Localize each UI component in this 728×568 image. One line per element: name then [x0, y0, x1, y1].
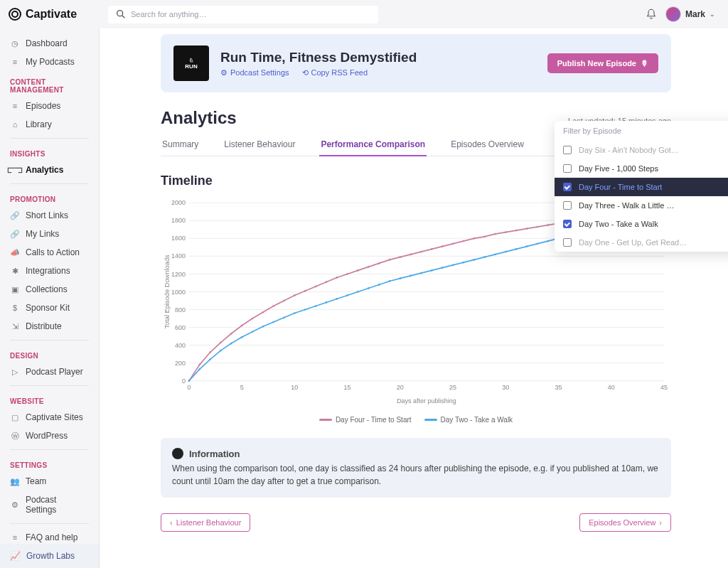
svg-point-61	[452, 243, 454, 245]
library-icon: ⌂	[10, 119, 20, 129]
sidebar-item-collections[interactable]: ▣Collections	[0, 280, 99, 299]
filter-option[interactable]: Day Four - Time to Start	[555, 178, 728, 196]
svg-text:30: 30	[502, 384, 509, 391]
checkbox[interactable]	[563, 220, 572, 228]
sidebar-item-podcast-settings[interactable]: ⚙Podcast Settings	[0, 491, 99, 519]
prev-button[interactable]: ‹ Listener Behaviour	[161, 513, 250, 532]
user-name: Mark	[685, 9, 705, 19]
checkbox[interactable]	[563, 238, 572, 247]
svg-text:600: 600	[175, 323, 186, 331]
checkbox[interactable]	[563, 183, 572, 191]
svg-text:2000: 2000	[171, 199, 186, 206]
checkbox[interactable]	[563, 164, 572, 173]
search-input[interactable]: Search for anything…	[108, 6, 378, 23]
svg-text:5: 5	[240, 384, 244, 391]
svg-point-64	[483, 235, 486, 237]
bell-icon[interactable]	[646, 9, 657, 20]
svg-point-40	[230, 333, 232, 335]
svg-point-103	[452, 264, 454, 267]
svg-text:1200: 1200	[171, 270, 186, 277]
svg-point-44	[272, 305, 274, 307]
svg-point-43	[262, 311, 264, 314]
copy-rss-link[interactable]: ⟲ Copy RSS Feed	[302, 68, 368, 77]
svg-point-109	[515, 248, 518, 250]
tab-listener-behaviour[interactable]: Listener Behaviour	[223, 136, 296, 156]
svg-point-78	[188, 380, 191, 382]
publish-episode-button[interactable]: Publish New Episode 🎙	[547, 53, 658, 73]
filter-heading: Filter by Episode	[555, 121, 728, 141]
sidebar-item-calls-to-action[interactable]: 📣Calls to Action	[0, 243, 99, 262]
svg-point-48	[315, 286, 317, 288]
podcast-settings-link[interactable]: ⚙ Podcast Settings	[220, 68, 289, 77]
svg-point-62	[463, 240, 465, 242]
sidebar-heading: WEBSITE	[0, 390, 99, 408]
search-placeholder: Search for anything…	[131, 10, 206, 18]
sidebar-item-integrations[interactable]: ✱Integrations	[0, 262, 99, 280]
svg-point-89	[304, 309, 306, 311]
user-menu[interactable]: Mark ⌄	[665, 6, 715, 22]
brand-logo[interactable]: Captivate	[9, 8, 100, 21]
info-box: Information When using the comparison to…	[161, 438, 671, 498]
svg-point-51	[346, 273, 348, 275]
filter-option[interactable]: Day Six - Ain't Nobody Got…	[555, 141, 728, 159]
main: ♘ RUN Run Time, Fitness Demystified ⚙ Po…	[100, 28, 728, 568]
svg-point-95	[368, 287, 370, 289]
svg-point-63	[473, 237, 475, 240]
list-icon: ≡	[10, 101, 20, 111]
sidebar-item-wordpress[interactable]: ⓦWordPress	[0, 427, 99, 445]
sidebar-heading: PROMOTION	[0, 188, 99, 206]
svg-point-84	[252, 331, 254, 333]
sidebar-item-dashboard[interactable]: ◷Dashboard	[0, 34, 99, 53]
sidebar-item-my-links[interactable]: 🔗My Links	[0, 225, 99, 243]
checkbox[interactable]	[563, 146, 572, 154]
checkbox[interactable]	[563, 201, 572, 210]
filter-option[interactable]: Day Two - Take a Walk	[555, 215, 728, 233]
sidebar-item-analytics[interactable]: ⫍⫎Analytics	[0, 161, 99, 179]
sidebar-heading: DESIGN	[0, 345, 99, 363]
svg-point-106	[483, 256, 486, 258]
svg-point-104	[463, 262, 465, 264]
svg-point-110	[526, 245, 528, 247]
svg-point-68	[526, 227, 528, 230]
svg-point-66	[505, 231, 507, 233]
svg-point-107	[494, 254, 496, 256]
show-header: ♘ RUN Run Time, Fitness Demystified ⚙ Po…	[161, 34, 671, 92]
sidebar-heading: CONTENT MANAGEMENT	[0, 71, 99, 97]
svg-text:40: 40	[608, 384, 615, 391]
info-heading: Information	[189, 449, 240, 459]
sidebar-growth-labs[interactable]: 📈Growth Labs	[0, 544, 99, 568]
filter-option[interactable]: Day Three - Walk a Little …	[555, 196, 728, 215]
next-button[interactable]: Episodes Overview ›	[579, 513, 671, 532]
topbar: Captivate Search for anything… Mark ⌄	[0, 0, 728, 28]
svg-point-39	[220, 341, 222, 343]
tab-episodes-overview[interactable]: Episodes Overview	[449, 136, 525, 156]
filter-option[interactable]: Day One - Get Up, Get Read…	[555, 233, 728, 252]
growth-icon: 📈	[10, 551, 21, 561]
sidebar-item-team[interactable]: 👥Team	[0, 472, 99, 491]
tab-performance-comparison[interactable]: Performance Comparison	[319, 136, 427, 156]
sidebar-item-episodes[interactable]: ≡Episodes	[0, 97, 99, 115]
svg-point-105	[473, 259, 475, 261]
svg-point-59	[431, 248, 433, 250]
sidebar-item-short-links[interactable]: 🔗Short Links	[0, 206, 99, 225]
sidebar-item-captivate-sites[interactable]: ▢Captivate Sites	[0, 408, 99, 427]
legend-item: Day Four - Time to Start	[319, 416, 412, 424]
svg-point-83	[241, 336, 243, 338]
sidebar-heading: SETTINGS	[0, 454, 99, 472]
microphone-icon: 🎙	[641, 59, 648, 68]
users-icon: 👥	[10, 476, 20, 486]
svg-point-69	[537, 226, 539, 228]
svg-text:1800: 1800	[171, 217, 186, 224]
sidebar-item-sponsor-kit[interactable]: $Sponsor Kit	[0, 299, 99, 317]
link-icon: 🔗	[10, 229, 20, 239]
filter-option[interactable]: Day Five - 1,000 Steps	[555, 159, 728, 178]
info-icon	[172, 448, 183, 459]
dollar-icon: $	[10, 303, 20, 313]
sidebar-item-my-podcasts[interactable]: ≡My Podcasts	[0, 53, 99, 71]
sidebar-item-podcast-player[interactable]: ▷Podcast Player	[0, 363, 99, 381]
tab-summary[interactable]: Summary	[161, 136, 200, 156]
svg-point-87	[283, 316, 285, 318]
sidebar-item-distribute[interactable]: ⇲Distribute	[0, 317, 99, 336]
svg-line-1	[122, 16, 124, 18]
sidebar-item-library[interactable]: ⌂Library	[0, 115, 99, 134]
